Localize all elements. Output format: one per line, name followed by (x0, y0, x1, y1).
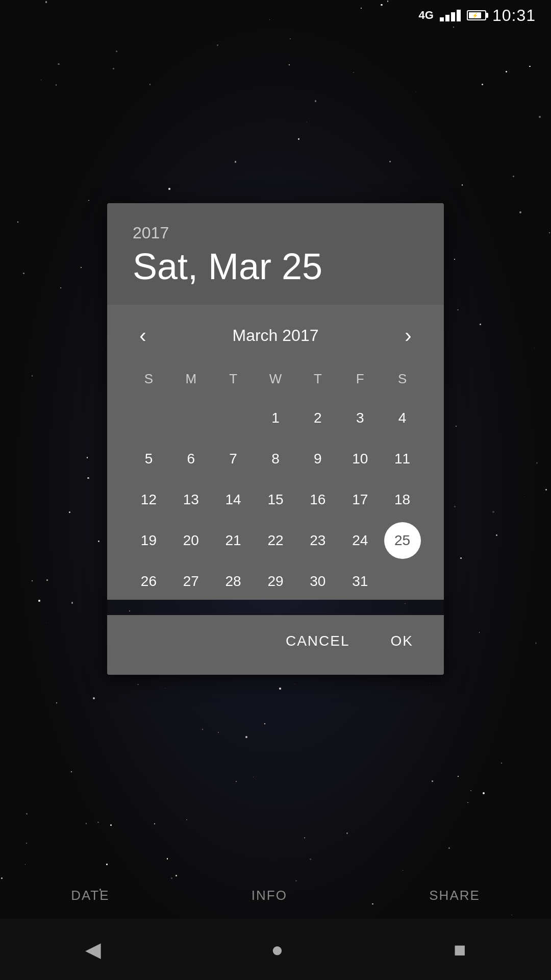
dow-wed: W (255, 366, 297, 392)
picker-body: ‹ March 2017 › S M T W T F S 12345678910… (107, 305, 444, 600)
calendar-day[interactable]: 16 (296, 481, 339, 518)
dow-mon: M (170, 366, 212, 392)
dow-tue: T (212, 366, 255, 392)
calendar-day[interactable]: 31 (339, 563, 381, 600)
calendar-day[interactable]: 30 (296, 563, 339, 600)
dow-sun: S (128, 366, 170, 392)
calendar-day[interactable]: 13 (170, 481, 212, 518)
calendar-day[interactable]: 2 (296, 400, 339, 436)
dow-fri: F (339, 366, 381, 392)
calendar-day[interactable]: 7 (212, 440, 255, 477)
calendar-day (212, 400, 255, 436)
picker-selected-date: Sat, Mar 25 (133, 247, 418, 287)
calendar-day[interactable]: 12 (128, 481, 170, 518)
prev-month-button[interactable]: ‹ (128, 320, 158, 351)
next-month-button[interactable]: › (393, 320, 423, 351)
calendar-day[interactable]: 15 (255, 481, 297, 518)
calendar-day[interactable]: 5 (128, 440, 170, 477)
calendar-day[interactable]: 6 (170, 440, 212, 477)
day-headers: S M T W T F S (128, 366, 423, 392)
calendar-day[interactable]: 10 (339, 440, 381, 477)
calendar-day[interactable]: 24 (339, 522, 381, 559)
calendar-day[interactable]: 20 (170, 522, 212, 559)
calendar-day[interactable]: 18 (381, 481, 423, 518)
calendar-day[interactable]: 11 (381, 440, 423, 477)
calendar-day[interactable]: 1 (255, 400, 297, 436)
ok-button[interactable]: OK (381, 625, 423, 657)
calendar-day[interactable]: 17 (339, 481, 381, 518)
dow-sat: S (381, 366, 423, 392)
calendar-day[interactable]: 29 (255, 563, 297, 600)
calendar-day[interactable]: 22 (255, 522, 297, 559)
calendar-day[interactable]: 8 (255, 440, 297, 477)
picker-header: 2017 Sat, Mar 25 (107, 203, 444, 305)
date-picker-dialog: 2017 Sat, Mar 25 ‹ March 2017 › S M T W … (107, 203, 444, 675)
calendar-day[interactable]: 9 (296, 440, 339, 477)
calendar-day[interactable]: 23 (296, 522, 339, 559)
month-nav: ‹ March 2017 › (128, 320, 423, 351)
calendar-day (128, 400, 170, 436)
calendar-day[interactable]: 26 (128, 563, 170, 600)
calendar-grid: 1234567891011121314151617181920212223242… (128, 400, 423, 600)
calendar-day[interactable]: 27 (170, 563, 212, 600)
picker-actions: CANCEL OK (107, 615, 444, 675)
calendar-day[interactable]: 21 (212, 522, 255, 559)
picker-year: 2017 (133, 224, 418, 242)
calendar-day[interactable]: 19 (128, 522, 170, 559)
calendar-day[interactable]: 14 (212, 481, 255, 518)
calendar-day[interactable]: 25 (384, 522, 421, 559)
dow-thu: T (296, 366, 339, 392)
calendar-day (170, 400, 212, 436)
cancel-button[interactable]: CANCEL (276, 625, 360, 657)
calendar-day (381, 563, 423, 600)
calendar-day[interactable]: 4 (381, 400, 423, 436)
calendar-day[interactable]: 3 (339, 400, 381, 436)
calendar-day[interactable]: 28 (212, 563, 255, 600)
month-title: March 2017 (233, 326, 319, 345)
dialog-overlay: 2017 Sat, Mar 25 ‹ March 2017 › S M T W … (0, 0, 551, 980)
